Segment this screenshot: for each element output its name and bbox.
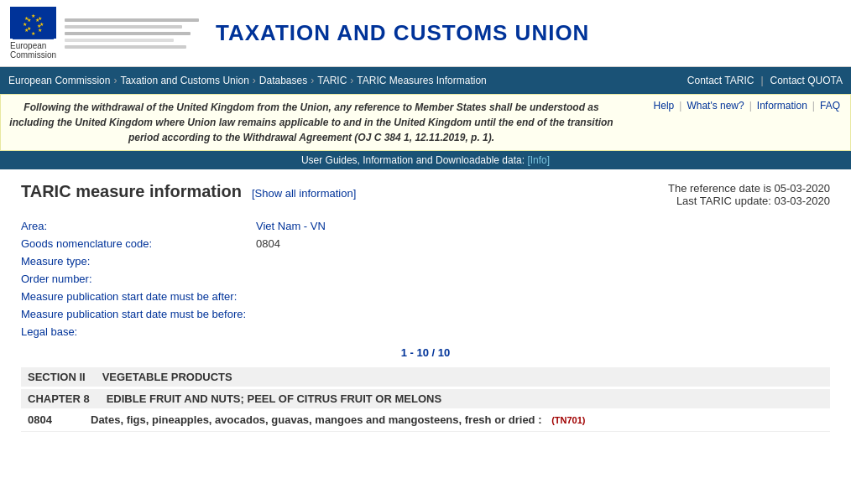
notice-text: Following the withdrawal of the United K… (9, 100, 613, 145)
svg-text:★: ★ (27, 25, 31, 31)
breadcrumb-current: TARIC Measures Information (357, 75, 487, 86)
info-bar-text: User Guides, Information and Downloadabl… (301, 154, 525, 166)
filter-row-legal: Legal base: (21, 325, 830, 338)
section-title: VEGETABLE PRODUCTS (102, 371, 232, 383)
filter-label-legal: Legal base: (21, 325, 256, 338)
help-nav: Help | What's new? | Information | FAQ (613, 100, 840, 145)
main-content: TARIC measure information [Show all info… (0, 169, 851, 444)
filter-value-area[interactable]: Viet Nam - VN (256, 220, 326, 232)
logo-area: ★ ★ ★ ★ ★ ★ ★ ★ (10, 7, 199, 60)
site-title-area: TAXATION AND CUSTOMS UNION (216, 20, 589, 46)
whats-new-link[interactable]: What's new? (687, 100, 744, 112)
filter-row-area: Area: Viet Nam - VN (21, 220, 830, 232)
results-section: SECTION II VEGETABLE PRODUCTS CHAPTER 8 … (21, 367, 830, 432)
svg-text:★: ★ (23, 21, 27, 27)
eu-emblem: ★ ★ ★ ★ ★ ★ ★ ★ (10, 7, 56, 60)
filter-value-goods: 0804 (256, 237, 280, 250)
info-link[interactable]: [Info] (527, 154, 550, 166)
site-title: TAXATION AND CUSTOMS UNION (216, 20, 589, 46)
filter-label-start-before: Measure publication start date must be b… (21, 308, 256, 320)
notice-bar: Following the withdrawal of the United K… (0, 94, 851, 151)
help-links-row: Help | What's new? | Information | FAQ (654, 100, 840, 112)
page-title: TARIC measure information (21, 182, 242, 201)
filter-label-goods: Goods nomenclature code: (21, 237, 256, 250)
chapter-title: EDIBLE FRUIT AND NUTS; PEEL OF CITRUS FR… (107, 392, 441, 405)
last-update-date: 03-03-2020 (775, 195, 831, 207)
filter-label-start-after: Measure publication start date must be a… (21, 290, 256, 303)
info-bar: User Guides, Information and Downloadabl… (0, 151, 851, 169)
svg-text:★: ★ (27, 17, 31, 23)
page-header: TARIC measure information [Show all info… (21, 182, 830, 207)
section-header: SECTION II VEGETABLE PRODUCTS (21, 367, 830, 387)
filter-row-start-before: Measure publication start date must be b… (21, 308, 830, 320)
eu-flag: ★ ★ ★ ★ ★ ★ ★ ★ (10, 7, 56, 39)
section-id: SECTION II (28, 371, 86, 383)
header: ★ ★ ★ ★ ★ ★ ★ ★ (0, 0, 851, 67)
page-title-area: TARIC measure information [Show all info… (21, 182, 356, 201)
last-update: Last TARIC update: 03-03-2020 (668, 195, 830, 207)
decorative-lines (65, 18, 199, 49)
breadcrumb-databases[interactable]: Databases (259, 75, 307, 86)
breadcrumb-tcu[interactable]: Taxation and Customs Union (120, 75, 248, 86)
chapter-header: CHAPTER 8 EDIBLE FRUIT AND NUTS; PEEL OF… (21, 389, 830, 408)
nav-bar: European Commission › Taxation and Custo… (0, 67, 851, 94)
breadcrumb: European Commission › Taxation and Custo… (0, 75, 679, 86)
table-row: 0804 Dates, figs, pineapples, avocados, … (21, 408, 830, 432)
filter-row-order: Order number: (21, 273, 830, 285)
date-info: The reference date is 05-03-2020 Last TA… (668, 182, 830, 207)
contact-taric-link[interactable]: Contact TARIC (687, 75, 754, 86)
filter-row-goods: Goods nomenclature code: 0804 (21, 237, 830, 250)
result-code: 0804 (28, 413, 74, 426)
result-badge: (TN701) (551, 415, 585, 425)
last-update-label: Last TARIC update: (676, 195, 771, 207)
chapter-id: CHAPTER 8 (28, 392, 90, 405)
pagination-text: 1 - 10 / 10 (401, 346, 451, 359)
contact-quota-link[interactable]: Contact QUOTA (770, 75, 843, 86)
eu-label: European Commission (10, 41, 56, 60)
breadcrumb-taric[interactable]: TARIC (317, 75, 347, 86)
information-link[interactable]: Information (757, 100, 807, 112)
filter-row-measure-type: Measure type: (21, 255, 830, 268)
svg-text:★: ★ (37, 23, 41, 29)
faq-link[interactable]: FAQ (820, 100, 840, 112)
svg-text:★: ★ (31, 30, 35, 36)
filter-label-order: Order number: (21, 273, 256, 285)
filter-label-area: Area: (21, 220, 256, 232)
show-all-link[interactable]: [Show all information] (252, 187, 356, 200)
breadcrumb-ec[interactable]: European Commission (8, 75, 110, 86)
reference-date: The reference date is 05-03-2020 (668, 182, 830, 195)
filter-section: Area: Viet Nam - VN Goods nomenclature c… (21, 220, 830, 338)
help-link[interactable]: Help (654, 100, 675, 112)
pagination: 1 - 10 / 10 (21, 346, 830, 359)
result-description: Dates, figs, pineapples, avocados, guava… (91, 413, 823, 426)
top-right-links: Contact TARIC | Contact QUOTA (679, 75, 851, 86)
filter-label-measure-type: Measure type: (21, 255, 256, 268)
filter-row-start-after: Measure publication start date must be a… (21, 290, 830, 303)
